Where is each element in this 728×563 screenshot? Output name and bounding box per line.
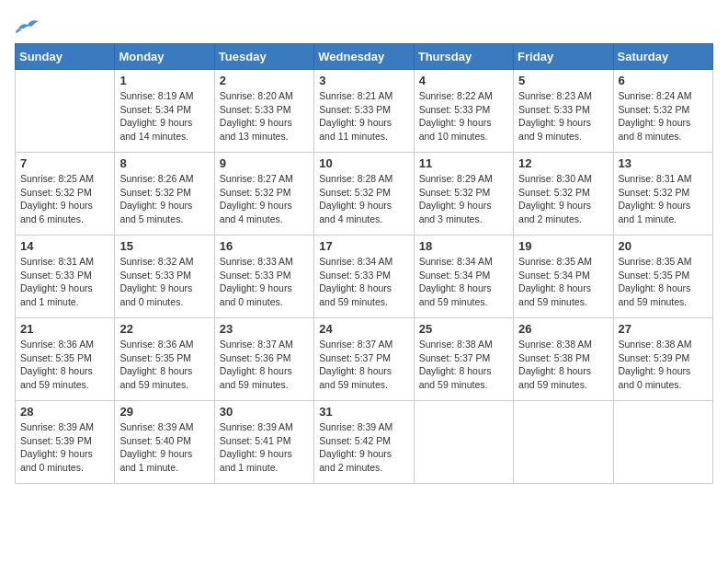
day-number: 27 bbox=[619, 322, 708, 336]
calendar-cell: 14Sunrise: 8:31 AM Sunset: 5:33 PM Dayli… bbox=[16, 236, 115, 318]
day-info: Sunrise: 8:33 AM Sunset: 5:33 PM Dayligh… bbox=[220, 255, 309, 309]
calendar-cell bbox=[514, 401, 613, 484]
calendar-cell: 18Sunrise: 8:34 AM Sunset: 5:34 PM Dayli… bbox=[414, 236, 513, 318]
calendar-cell: 5Sunrise: 8:23 AM Sunset: 5:33 PM Daylig… bbox=[514, 70, 613, 153]
week-row-5: 28Sunrise: 8:39 AM Sunset: 5:39 PM Dayli… bbox=[16, 401, 713, 484]
day-header-tuesday: Tuesday bbox=[214, 44, 313, 70]
day-number: 19 bbox=[518, 239, 608, 253]
day-number: 6 bbox=[619, 74, 708, 87]
day-info: Sunrise: 8:39 AM Sunset: 5:42 PM Dayligh… bbox=[319, 420, 408, 475]
calendar-cell: 26Sunrise: 8:38 AM Sunset: 5:38 PM Dayli… bbox=[514, 318, 613, 401]
day-info: Sunrise: 8:35 AM Sunset: 5:35 PM Dayligh… bbox=[619, 255, 708, 309]
day-number: 5 bbox=[518, 74, 608, 87]
calendar-cell: 27Sunrise: 8:38 AM Sunset: 5:39 PM Dayli… bbox=[613, 318, 712, 401]
week-row-2: 7Sunrise: 8:25 AM Sunset: 5:32 PM Daylig… bbox=[16, 153, 713, 236]
day-info: Sunrise: 8:26 AM Sunset: 5:32 PM Dayligh… bbox=[119, 172, 209, 226]
day-number: 24 bbox=[319, 322, 408, 336]
calendar-cell: 7Sunrise: 8:25 AM Sunset: 5:32 PM Daylig… bbox=[16, 153, 115, 236]
logo-icon bbox=[15, 16, 40, 34]
day-info: Sunrise: 8:35 AM Sunset: 5:34 PM Dayligh… bbox=[518, 255, 608, 309]
day-number: 23 bbox=[220, 322, 309, 336]
day-number: 14 bbox=[20, 239, 109, 253]
calendar-cell: 25Sunrise: 8:38 AM Sunset: 5:37 PM Dayli… bbox=[414, 318, 513, 401]
calendar-cell bbox=[16, 70, 115, 153]
day-info: Sunrise: 8:38 AM Sunset: 5:38 PM Dayligh… bbox=[518, 338, 608, 392]
day-info: Sunrise: 8:22 AM Sunset: 5:33 PM Dayligh… bbox=[419, 89, 508, 144]
day-info: Sunrise: 8:21 AM Sunset: 5:33 PM Dayligh… bbox=[319, 89, 408, 144]
day-info: Sunrise: 8:32 AM Sunset: 5:33 PM Dayligh… bbox=[119, 255, 209, 309]
day-header-friday: Friday bbox=[514, 44, 613, 70]
calendar-cell: 20Sunrise: 8:35 AM Sunset: 5:35 PM Dayli… bbox=[613, 236, 712, 318]
day-info: Sunrise: 8:34 AM Sunset: 5:34 PM Dayligh… bbox=[419, 255, 508, 309]
day-number: 18 bbox=[419, 239, 508, 253]
day-info: Sunrise: 8:37 AM Sunset: 5:36 PM Dayligh… bbox=[220, 338, 309, 392]
day-number: 28 bbox=[20, 405, 109, 419]
calendar-cell: 11Sunrise: 8:29 AM Sunset: 5:32 PM Dayli… bbox=[414, 153, 513, 236]
day-number: 10 bbox=[319, 156, 408, 170]
calendar-cell: 24Sunrise: 8:37 AM Sunset: 5:37 PM Dayli… bbox=[314, 318, 414, 401]
calendar-cell: 1Sunrise: 8:19 AM Sunset: 5:34 PM Daylig… bbox=[115, 70, 214, 153]
calendar-cell: 4Sunrise: 8:22 AM Sunset: 5:33 PM Daylig… bbox=[414, 70, 513, 153]
day-number: 16 bbox=[220, 239, 309, 253]
day-info: Sunrise: 8:34 AM Sunset: 5:33 PM Dayligh… bbox=[319, 255, 408, 309]
day-number: 22 bbox=[119, 322, 209, 336]
day-number: 1 bbox=[119, 74, 209, 87]
day-number: 3 bbox=[319, 74, 408, 87]
day-number: 12 bbox=[518, 156, 608, 170]
calendar-cell: 16Sunrise: 8:33 AM Sunset: 5:33 PM Dayli… bbox=[214, 236, 313, 318]
day-info: Sunrise: 8:30 AM Sunset: 5:32 PM Dayligh… bbox=[518, 172, 608, 226]
day-number: 17 bbox=[319, 239, 408, 253]
day-info: Sunrise: 8:36 AM Sunset: 5:35 PM Dayligh… bbox=[119, 338, 209, 392]
calendar-cell: 2Sunrise: 8:20 AM Sunset: 5:33 PM Daylig… bbox=[214, 70, 313, 153]
logo bbox=[15, 15, 44, 34]
calendar-cell: 22Sunrise: 8:36 AM Sunset: 5:35 PM Dayli… bbox=[115, 318, 214, 401]
calendar-cell: 3Sunrise: 8:21 AM Sunset: 5:33 PM Daylig… bbox=[314, 70, 414, 153]
day-number: 13 bbox=[619, 156, 708, 170]
day-header-wednesday: Wednesday bbox=[314, 44, 414, 70]
day-info: Sunrise: 8:39 AM Sunset: 5:41 PM Dayligh… bbox=[220, 420, 309, 475]
calendar-cell: 8Sunrise: 8:26 AM Sunset: 5:32 PM Daylig… bbox=[115, 153, 214, 236]
day-info: Sunrise: 8:31 AM Sunset: 5:32 PM Dayligh… bbox=[619, 172, 708, 226]
day-info: Sunrise: 8:29 AM Sunset: 5:32 PM Dayligh… bbox=[419, 172, 508, 226]
day-number: 29 bbox=[119, 405, 209, 419]
page-header bbox=[15, 15, 713, 34]
day-info: Sunrise: 8:27 AM Sunset: 5:32 PM Dayligh… bbox=[220, 172, 309, 226]
day-number: 2 bbox=[220, 74, 309, 87]
day-number: 20 bbox=[619, 239, 708, 253]
day-number: 25 bbox=[419, 322, 508, 336]
day-number: 7 bbox=[20, 156, 109, 170]
day-info: Sunrise: 8:36 AM Sunset: 5:35 PM Dayligh… bbox=[20, 338, 109, 392]
week-row-4: 21Sunrise: 8:36 AM Sunset: 5:35 PM Dayli… bbox=[16, 318, 713, 401]
calendar-cell: 12Sunrise: 8:30 AM Sunset: 5:32 PM Dayli… bbox=[514, 153, 613, 236]
day-info: Sunrise: 8:39 AM Sunset: 5:40 PM Dayligh… bbox=[119, 420, 209, 475]
calendar-table: SundayMondayTuesdayWednesdayThursdayFrid… bbox=[15, 43, 713, 484]
day-number: 30 bbox=[220, 405, 309, 419]
calendar-cell: 6Sunrise: 8:24 AM Sunset: 5:32 PM Daylig… bbox=[613, 70, 712, 153]
calendar-cell: 30Sunrise: 8:39 AM Sunset: 5:41 PM Dayli… bbox=[214, 401, 313, 484]
calendar-header-row: SundayMondayTuesdayWednesdayThursdayFrid… bbox=[16, 44, 713, 70]
day-number: 21 bbox=[20, 322, 109, 336]
week-row-3: 14Sunrise: 8:31 AM Sunset: 5:33 PM Dayli… bbox=[16, 236, 713, 318]
calendar-cell: 21Sunrise: 8:36 AM Sunset: 5:35 PM Dayli… bbox=[16, 318, 115, 401]
calendar-cell: 15Sunrise: 8:32 AM Sunset: 5:33 PM Dayli… bbox=[115, 236, 214, 318]
day-info: Sunrise: 8:37 AM Sunset: 5:37 PM Dayligh… bbox=[319, 338, 408, 392]
calendar-cell: 28Sunrise: 8:39 AM Sunset: 5:39 PM Dayli… bbox=[16, 401, 115, 484]
day-info: Sunrise: 8:31 AM Sunset: 5:33 PM Dayligh… bbox=[20, 255, 109, 309]
calendar-cell bbox=[613, 401, 712, 484]
day-info: Sunrise: 8:28 AM Sunset: 5:32 PM Dayligh… bbox=[319, 172, 408, 226]
calendar-cell: 13Sunrise: 8:31 AM Sunset: 5:32 PM Dayli… bbox=[613, 153, 712, 236]
calendar-cell bbox=[414, 401, 513, 484]
day-number: 8 bbox=[119, 156, 209, 170]
day-header-thursday: Thursday bbox=[414, 44, 513, 70]
calendar-cell: 29Sunrise: 8:39 AM Sunset: 5:40 PM Dayli… bbox=[115, 401, 214, 484]
calendar-cell: 10Sunrise: 8:28 AM Sunset: 5:32 PM Dayli… bbox=[314, 153, 414, 236]
calendar-cell: 19Sunrise: 8:35 AM Sunset: 5:34 PM Dayli… bbox=[514, 236, 613, 318]
day-header-sunday: Sunday bbox=[16, 44, 115, 70]
day-info: Sunrise: 8:19 AM Sunset: 5:34 PM Dayligh… bbox=[119, 89, 209, 144]
calendar-cell: 17Sunrise: 8:34 AM Sunset: 5:33 PM Dayli… bbox=[314, 236, 414, 318]
day-info: Sunrise: 8:25 AM Sunset: 5:32 PM Dayligh… bbox=[20, 172, 109, 226]
day-number: 15 bbox=[119, 239, 209, 253]
calendar-cell: 31Sunrise: 8:39 AM Sunset: 5:42 PM Dayli… bbox=[314, 401, 414, 484]
day-header-saturday: Saturday bbox=[613, 44, 712, 70]
week-row-1: 1Sunrise: 8:19 AM Sunset: 5:34 PM Daylig… bbox=[16, 70, 713, 153]
